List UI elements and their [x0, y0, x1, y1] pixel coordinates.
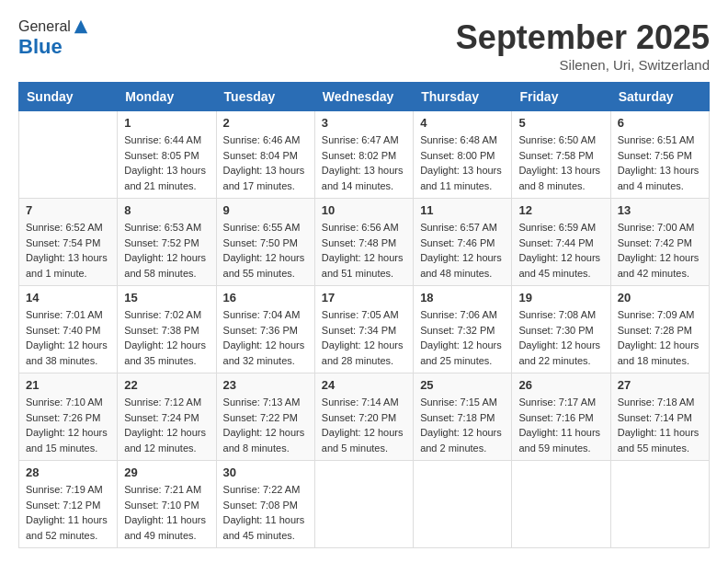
title-block: September 2025 Silenen, Uri, Switzerland [456, 18, 710, 73]
day-info-line: Sunset: 8:02 PM [322, 150, 396, 161]
day-info-line: Sunset: 7:58 PM [518, 150, 593, 161]
day-number: 17 [322, 291, 406, 304]
calendar-header-wednesday: Wednesday [314, 83, 413, 111]
calendar-cell: 25Sunrise: 7:15 AMSunset: 7:18 PMDayligh… [414, 373, 512, 461]
day-info: Sunrise: 7:14 AMSunset: 7:20 PMDaylight:… [322, 395, 406, 455]
day-info-line: Sunset: 7:50 PM [223, 237, 298, 248]
day-info-line: Daylight: 12 hours and 2 minutes. [420, 427, 502, 454]
day-info-line: Sunrise: 6:56 AM [322, 222, 399, 233]
calendar-week-2: 14Sunrise: 7:01 AMSunset: 7:40 PMDayligh… [19, 286, 710, 373]
day-info: Sunrise: 7:21 AMSunset: 7:10 PMDaylight:… [124, 482, 209, 543]
calendar-cell: 4Sunrise: 6:48 AMSunset: 8:00 PMDaylight… [414, 111, 512, 199]
day-info-line: Daylight: 12 hours and 42 minutes. [618, 252, 700, 279]
calendar-cell: 20Sunrise: 7:09 AMSunset: 7:28 PMDayligh… [610, 286, 709, 373]
calendar-header-saturday: Saturday [610, 83, 709, 111]
day-number: 7 [26, 203, 110, 217]
day-info: Sunrise: 6:47 AMSunset: 8:02 PMDaylight:… [322, 132, 406, 193]
calendar-cell: 30Sunrise: 7:22 AMSunset: 7:08 PMDayligh… [216, 461, 314, 548]
day-info-line: Daylight: 12 hours and 35 minutes. [124, 339, 206, 366]
logo: General Blue [18, 18, 89, 59]
day-info-line: Sunrise: 6:48 AM [420, 134, 497, 145]
day-info: Sunrise: 7:17 AMSunset: 7:16 PMDaylight:… [518, 395, 603, 455]
day-number: 12 [518, 203, 603, 217]
day-number: 8 [124, 203, 209, 217]
day-info-line: Sunset: 7:52 PM [124, 237, 199, 248]
day-info: Sunrise: 6:46 AMSunset: 8:04 PMDaylight:… [223, 132, 308, 193]
day-info-line: Sunrise: 7:18 AM [618, 396, 695, 408]
day-number: 16 [223, 291, 308, 304]
day-info-line: Sunrise: 7:10 AM [26, 396, 103, 408]
calendar-table: SundayMondayTuesdayWednesdayThursdayFrid… [18, 82, 710, 548]
calendar-cell: 14Sunrise: 7:01 AMSunset: 7:40 PMDayligh… [19, 286, 118, 373]
calendar-cell: 22Sunrise: 7:12 AMSunset: 7:24 PMDayligh… [118, 373, 216, 461]
day-info: Sunrise: 6:50 AMSunset: 7:58 PMDaylight:… [518, 132, 603, 193]
calendar-cell: 13Sunrise: 7:00 AMSunset: 7:42 PMDayligh… [610, 199, 709, 286]
day-info-line: Daylight: 11 hours and 45 minutes. [223, 514, 305, 541]
day-number: 11 [420, 203, 505, 217]
day-info-line: Sunrise: 7:02 AM [124, 309, 201, 320]
logo-blue-text: Blue [18, 35, 89, 59]
day-number: 5 [518, 116, 603, 130]
day-info: Sunrise: 6:48 AMSunset: 8:00 PMDaylight:… [420, 132, 505, 193]
day-number: 20 [618, 291, 702, 304]
calendar-cell: 28Sunrise: 7:19 AMSunset: 7:12 PMDayligh… [19, 461, 118, 548]
day-info-line: Sunset: 7:18 PM [420, 412, 495, 423]
calendar-cell: 26Sunrise: 7:17 AMSunset: 7:16 PMDayligh… [512, 373, 610, 461]
day-number: 2 [223, 116, 308, 130]
day-info-line: Sunset: 7:14 PM [618, 412, 692, 423]
calendar-cell: 21Sunrise: 7:10 AMSunset: 7:26 PMDayligh… [19, 373, 118, 461]
day-info-line: Sunrise: 7:08 AM [518, 309, 596, 320]
day-info-line: Sunrise: 6:57 AM [420, 222, 497, 233]
calendar-cell: 19Sunrise: 7:08 AMSunset: 7:30 PMDayligh… [512, 286, 610, 373]
calendar-header-tuesday: Tuesday [216, 83, 314, 111]
day-number: 24 [322, 378, 406, 392]
day-info-line: Daylight: 12 hours and 22 minutes. [518, 339, 600, 366]
day-info-line: Daylight: 11 hours and 59 minutes. [518, 427, 600, 454]
calendar-cell: 27Sunrise: 7:18 AMSunset: 7:14 PMDayligh… [610, 373, 709, 461]
day-info-line: Daylight: 12 hours and 15 minutes. [26, 427, 108, 454]
day-number: 30 [223, 465, 308, 479]
calendar-cell: 24Sunrise: 7:14 AMSunset: 7:20 PMDayligh… [314, 373, 413, 461]
svg-marker-0 [74, 20, 87, 33]
day-info-line: Sunset: 7:56 PM [618, 150, 692, 161]
calendar-cell: 2Sunrise: 6:46 AMSunset: 8:04 PMDaylight… [216, 111, 314, 199]
day-number: 9 [223, 203, 308, 217]
day-number: 19 [518, 291, 603, 304]
day-info-line: Sunrise: 6:50 AM [518, 134, 596, 145]
day-info-line: Daylight: 12 hours and 45 minutes. [518, 252, 600, 279]
day-info-line: Sunrise: 7:05 AM [322, 309, 399, 320]
day-info-line: Sunrise: 7:00 AM [618, 222, 695, 233]
logo-icon [73, 18, 89, 35]
day-info: Sunrise: 7:18 AMSunset: 7:14 PMDaylight:… [618, 395, 702, 455]
day-info: Sunrise: 6:51 AMSunset: 7:56 PMDaylight:… [618, 132, 702, 193]
calendar-cell [610, 461, 709, 548]
day-info-line: Sunrise: 6:52 AM [26, 222, 103, 233]
day-info-line: Daylight: 12 hours and 8 minutes. [223, 427, 305, 454]
day-info: Sunrise: 7:15 AMSunset: 7:18 PMDaylight:… [420, 395, 505, 455]
day-info: Sunrise: 6:44 AMSunset: 8:05 PMDaylight:… [124, 132, 209, 193]
day-number: 14 [26, 291, 110, 304]
day-number: 27 [618, 378, 702, 392]
day-info-line: Sunrise: 6:55 AM [223, 222, 301, 233]
calendar-week-1: 7Sunrise: 6:52 AMSunset: 7:54 PMDaylight… [19, 199, 710, 286]
day-number: 22 [124, 378, 209, 392]
day-number: 28 [26, 465, 110, 479]
day-info-line: Sunrise: 7:06 AM [420, 309, 497, 320]
calendar-cell [19, 111, 118, 199]
day-info: Sunrise: 7:01 AMSunset: 7:40 PMDaylight:… [26, 307, 110, 368]
day-info-line: Daylight: 12 hours and 5 minutes. [322, 427, 404, 454]
day-info-line: Sunset: 8:05 PM [124, 150, 199, 161]
calendar-cell: 3Sunrise: 6:47 AMSunset: 8:02 PMDaylight… [314, 111, 413, 199]
day-info: Sunrise: 7:22 AMSunset: 7:08 PMDaylight:… [223, 482, 308, 543]
day-info: Sunrise: 7:04 AMSunset: 7:36 PMDaylight:… [223, 307, 308, 368]
day-info: Sunrise: 7:12 AMSunset: 7:24 PMDaylight:… [124, 395, 209, 455]
day-info-line: Sunrise: 6:46 AM [223, 134, 301, 145]
day-info-line: Daylight: 13 hours and 17 minutes. [223, 165, 305, 191]
day-number: 13 [618, 203, 702, 217]
day-info-line: Sunset: 7:36 PM [223, 325, 298, 336]
day-info: Sunrise: 7:10 AMSunset: 7:26 PMDaylight:… [26, 395, 110, 455]
calendar-header-sunday: Sunday [19, 83, 118, 111]
day-info-line: Daylight: 13 hours and 11 minutes. [420, 165, 502, 191]
calendar-cell: 8Sunrise: 6:53 AMSunset: 7:52 PMDaylight… [118, 199, 216, 286]
day-info-line: Daylight: 12 hours and 38 minutes. [26, 339, 108, 366]
